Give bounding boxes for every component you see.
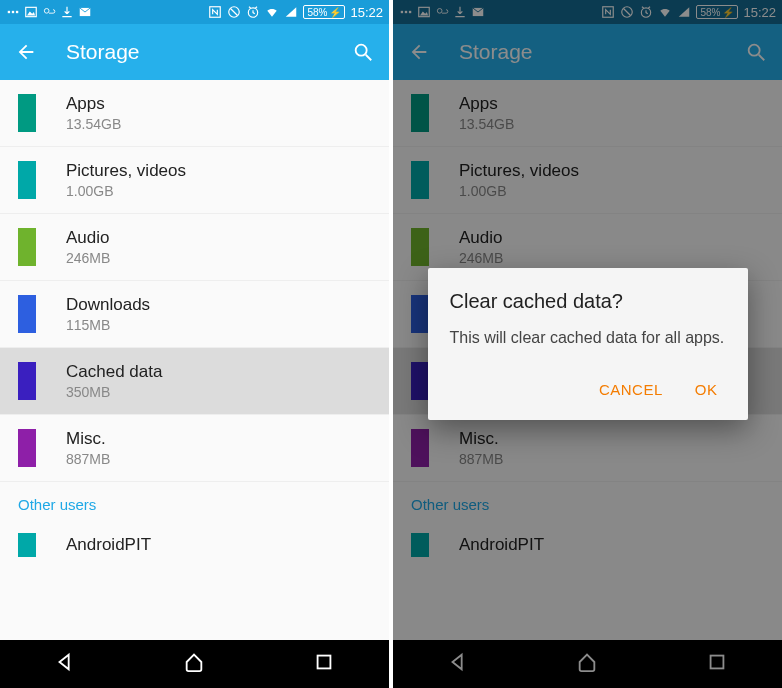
block-icon — [227, 5, 241, 19]
svg-point-11 — [356, 45, 367, 56]
color-swatch — [18, 362, 36, 400]
page-title: Storage — [66, 40, 140, 64]
color-swatch — [18, 295, 36, 333]
image-icon — [24, 5, 38, 19]
battery-indicator: 58%⚡ — [303, 5, 345, 19]
storage-item-misc[interactable]: Misc.887MB — [0, 415, 389, 482]
storage-item-other-user[interactable]: AndroidPIT — [0, 519, 389, 559]
storage-item-cached[interactable]: Cached data350MB — [0, 348, 389, 415]
phone-left: 58%⚡ 15:22 Storage Apps13.54GB Pictures,… — [0, 0, 389, 688]
storage-item-audio[interactable]: Audio246MB — [0, 214, 389, 281]
svg-rect-1 — [12, 11, 14, 13]
color-swatch — [18, 429, 36, 467]
item-title: Downloads — [66, 295, 150, 315]
item-size: 115MB — [66, 317, 150, 333]
download-icon — [60, 5, 74, 19]
svg-marker-4 — [27, 11, 35, 15]
item-title: Audio — [66, 228, 110, 248]
dialog-scrim[interactable]: Clear cached data? This will clear cache… — [393, 0, 782, 688]
svg-line-9 — [231, 9, 238, 16]
item-size: 13.54GB — [66, 116, 121, 132]
nav-home-button[interactable] — [183, 651, 205, 677]
storage-item-pictures[interactable]: Pictures, videos1.00GB — [0, 147, 389, 214]
item-title: Apps — [66, 94, 121, 114]
item-title: Pictures, videos — [66, 161, 186, 181]
color-swatch — [18, 94, 36, 132]
search-button[interactable] — [351, 40, 375, 64]
section-other-users: Other users — [0, 482, 389, 519]
svg-rect-0 — [8, 11, 10, 13]
mail-icon — [78, 5, 92, 19]
wifi-icon — [265, 5, 279, 19]
clear-cache-dialog: Clear cached data? This will clear cache… — [428, 268, 748, 420]
item-size: 246MB — [66, 250, 110, 266]
storage-list: Apps13.54GB Pictures, videos1.00GB Audio… — [0, 80, 389, 640]
dialog-title: Clear cached data? — [450, 290, 726, 313]
storage-item-apps[interactable]: Apps13.54GB — [0, 80, 389, 147]
storage-item-downloads[interactable]: Downloads115MB — [0, 281, 389, 348]
nfc-icon — [208, 5, 222, 19]
svg-rect-13 — [318, 656, 331, 669]
clock: 15:22 — [350, 5, 383, 20]
nav-back-button[interactable] — [54, 651, 76, 677]
cancel-button[interactable]: CANCEL — [595, 375, 667, 404]
item-size: 1.00GB — [66, 183, 186, 199]
ok-button[interactable]: OK — [691, 375, 722, 404]
app-bar: Storage — [0, 24, 389, 80]
dialog-message: This will clear cached data for all apps… — [450, 327, 726, 349]
more-icon — [6, 5, 20, 19]
alarm-icon — [246, 5, 260, 19]
weather-icon — [42, 5, 56, 19]
nav-bar — [0, 640, 389, 688]
svg-line-12 — [366, 55, 372, 61]
item-title: AndroidPIT — [66, 535, 151, 555]
phone-right: 58%⚡ 15:22 Storage Apps13.54GB Pictures,… — [393, 0, 782, 688]
svg-rect-2 — [16, 11, 18, 13]
status-bar: 58%⚡ 15:22 — [0, 0, 389, 24]
nav-recent-button[interactable] — [313, 651, 335, 677]
item-title: Cached data — [66, 362, 162, 382]
color-swatch — [18, 161, 36, 199]
color-swatch — [18, 228, 36, 266]
back-button[interactable] — [14, 40, 38, 64]
item-size: 350MB — [66, 384, 162, 400]
color-swatch — [18, 533, 36, 557]
signal-icon — [284, 5, 298, 19]
item-title: Misc. — [66, 429, 110, 449]
svg-point-5 — [44, 9, 49, 14]
item-size: 887MB — [66, 451, 110, 467]
